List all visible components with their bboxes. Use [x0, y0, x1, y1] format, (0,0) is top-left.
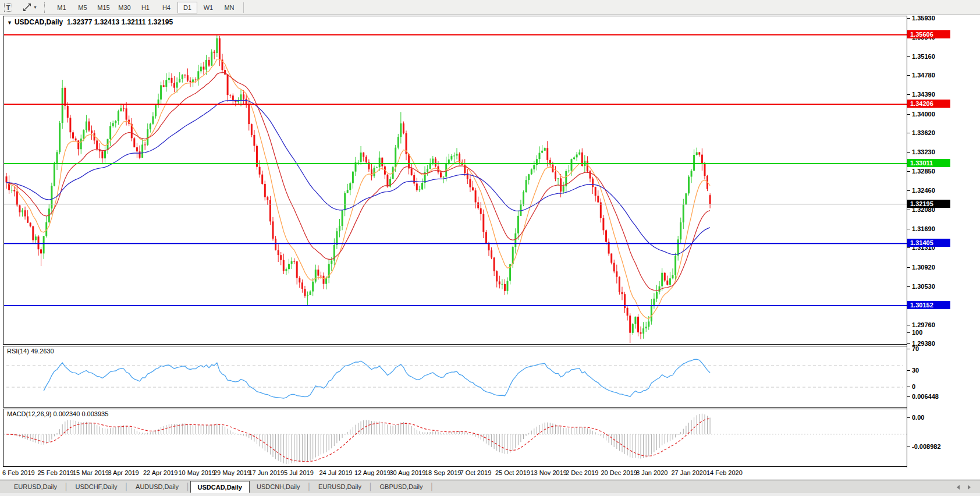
- tab-separator: │: [186, 483, 190, 491]
- ohlc-open: 1.32377: [67, 18, 92, 26]
- level-price-badge: 1.31405: [907, 239, 950, 247]
- timeframe-button-mn[interactable]: MN: [219, 2, 239, 13]
- ohlc-low: 1.32111: [121, 18, 145, 26]
- chart-tab-gbpusd-6[interactable]: GBPUSD,Daily: [373, 481, 430, 492]
- date-label: 20 Dec 2019: [601, 469, 637, 476]
- date-label: 25 Feb 2019: [38, 469, 74, 476]
- rsi-panel[interactable]: RSI(14) 49.2630: [3, 346, 907, 408]
- rsi-canvas[interactable]: [4, 347, 907, 408]
- time-axis[interactable]: 6 Feb 201925 Feb 201915 Mar 20193 Apr 20…: [0, 467, 980, 480]
- macd-tick-label: 0.006448: [907, 393, 939, 400]
- ohlc-close: 1.32195: [148, 18, 173, 26]
- rsi-tick-label: 30: [907, 367, 919, 374]
- candlestick-canvas[interactable]: [4, 17, 907, 345]
- toolbar-grip: [44, 2, 47, 13]
- date-label: 14 Feb 2020: [706, 469, 743, 476]
- tab-scroll-arrows: [957, 485, 971, 490]
- tab-separator: │: [368, 483, 373, 491]
- rsi-tick-label: 70: [907, 345, 919, 352]
- date-label: 22 Apr 2019: [143, 469, 177, 476]
- tabs-scroll-left-button[interactable]: [957, 485, 960, 490]
- tabs-scroll-right-button[interactable]: [968, 485, 971, 490]
- date-label: 13 Nov 2019: [531, 469, 567, 476]
- diagonal-arrows-icon: [23, 3, 31, 12]
- timeframe-button-h1[interactable]: H1: [136, 2, 155, 13]
- level-price-badge: 1.30152: [907, 301, 950, 309]
- chart-tab-eurusd-5[interactable]: EURUSD,Daily: [311, 481, 368, 492]
- symbol-period-label: USDCAD,Daily: [15, 18, 63, 26]
- objects-tool-button[interactable]: ▼: [22, 2, 38, 13]
- price-tick-label: 1.35930: [907, 15, 935, 22]
- date-label: 10 May 2019: [179, 469, 216, 476]
- rsi-label: RSI(14) 49.2630: [7, 348, 54, 355]
- chart-tab-usdcad-3[interactable]: USDCAD,Daily: [190, 481, 250, 493]
- timeframe-toolbar: M1M5M15M30H1H4D1W1MN: [51, 2, 240, 13]
- level-price-badge: 1.35606: [907, 30, 950, 38]
- chart-area: ▼USDCAD,Daily 1.32377 1.32413 1.32111 1.…: [0, 16, 980, 467]
- date-label: 7 Oct 2019: [460, 469, 492, 476]
- collapse-triangle-icon[interactable]: ▼: [7, 20, 12, 26]
- price-tick-label: 1.34780: [907, 72, 935, 79]
- level-price-badge: 1.33011: [907, 159, 950, 167]
- date-label: 29 May 2019: [214, 469, 251, 476]
- price-tick-label: 1.35160: [907, 53, 935, 60]
- timeframe-button-h4[interactable]: H4: [157, 2, 176, 13]
- level-price-badge: 1.34206: [907, 100, 950, 108]
- price-axis[interactable]: 1.359301.355401.351601.347801.343901.340…: [907, 16, 980, 467]
- ohlc-high: 1.32413: [94, 18, 119, 26]
- trading-terminal-window: T ▼ M1M5M15M30H1H4D1W1MN ▼USDCAD,Daily 1…: [0, 0, 980, 496]
- macd-canvas[interactable]: [4, 410, 907, 467]
- price-tick-label: 1.32850: [907, 168, 935, 175]
- date-label: 5 Jul 2019: [284, 469, 314, 476]
- chart-tab-usdchf-1[interactable]: USDCHF,Daily: [68, 481, 124, 492]
- main-chart-panel[interactable]: ▼USDCAD,Daily 1.32377 1.32413 1.32111 1.…: [3, 16, 907, 345]
- timeframe-button-w1[interactable]: W1: [198, 2, 218, 13]
- date-label: 25 Oct 2019: [495, 469, 530, 476]
- date-label: 6 Feb 2019: [2, 469, 35, 476]
- status-strip: [0, 493, 980, 496]
- price-tick-label: 1.30530: [907, 283, 935, 290]
- price-tick-label: 1.32460: [907, 187, 935, 194]
- price-tick-label: 1.34390: [907, 91, 935, 98]
- date-label: 8 Jan 2020: [636, 469, 667, 476]
- timeframe-button-m15[interactable]: M15: [94, 2, 113, 13]
- price-tick-label: 1.33620: [907, 129, 935, 136]
- date-label: 15 Mar 2019: [73, 469, 109, 476]
- date-label: 12 Aug 2019: [354, 469, 390, 476]
- chart-tab-eurusd-0[interactable]: EURUSD,Daily: [7, 481, 64, 492]
- price-tick-label: 1.34000: [907, 111, 935, 118]
- macd-panel[interactable]: MACD(12,26,9) 0.002340 0.003935: [3, 409, 907, 467]
- tab-separator: │: [125, 483, 129, 491]
- dropdown-caret-icon: ▼: [33, 5, 37, 9]
- date-label: 30 Aug 2019: [390, 469, 426, 476]
- chart-tab-audusd-2[interactable]: AUDUSD,Daily: [129, 481, 186, 492]
- price-tick-label: 1.31690: [907, 225, 935, 232]
- price-tick-label: 1.33230: [907, 148, 935, 155]
- timeframe-button-m5[interactable]: M5: [73, 2, 93, 13]
- timeframe-button-d1[interactable]: D1: [177, 2, 197, 13]
- date-label: 3 Apr 2019: [108, 469, 139, 476]
- date-label: 27 Jan 2020: [672, 469, 707, 476]
- chart-title: ▼USDCAD,Daily 1.32377 1.32413 1.32111 1.…: [7, 18, 173, 26]
- date-label: 18 Sep 2019: [425, 469, 461, 476]
- date-label: 2 Dec 2019: [566, 469, 598, 476]
- price-tick-label: 1.29760: [907, 321, 935, 328]
- timeframe-button-m30[interactable]: M30: [115, 2, 134, 13]
- price-tick-label: 1.30920: [907, 264, 935, 271]
- toolbar-separator: [243, 2, 244, 13]
- timeframe-button-m1[interactable]: M1: [52, 2, 72, 13]
- tab-separator: │: [307, 483, 312, 491]
- rsi-tick-label: 100: [907, 329, 922, 336]
- chart-tabs-bar: EURUSD,Daily│USDCHF,Daily│AUDUSD,Daily│U…: [0, 480, 980, 493]
- rsi-tick-label: 0: [907, 383, 915, 390]
- chart-tab-usdcnh-4[interactable]: USDCNH,Daily: [250, 481, 307, 492]
- date-label: 17 Jun 2019: [249, 469, 285, 476]
- text-tool-icon: T: [4, 3, 13, 12]
- current-price-badge: 1.32195: [907, 200, 950, 208]
- macd-tick-label: 0.00: [907, 414, 924, 421]
- top-toolbar: T ▼ M1M5M15M30H1H4D1W1MN: [0, 0, 980, 15]
- tab-separator: │: [64, 483, 69, 491]
- tab-separator: │: [429, 483, 434, 491]
- date-label: 24 Jul 2019: [319, 469, 353, 476]
- text-tool-button[interactable]: T: [1, 2, 16, 13]
